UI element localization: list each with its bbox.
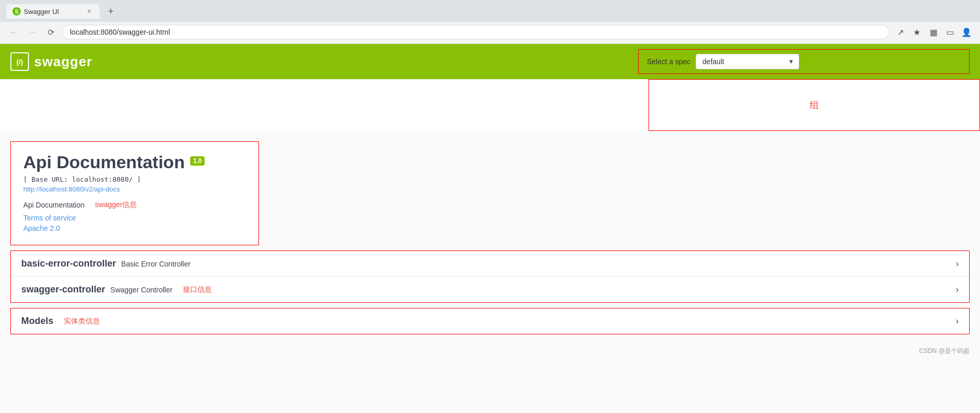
swagger-logo-text: swagger bbox=[34, 54, 93, 70]
address-bar[interactable]: localhost:8080/swagger-ui.html bbox=[62, 25, 889, 39]
api-title: Api Documentation bbox=[23, 152, 185, 172]
spec-label: Select a spec bbox=[647, 57, 690, 66]
swagger-logo-icon: {/} bbox=[10, 52, 29, 71]
csdn-watermark-text: CSDN @是个码盗 bbox=[919, 347, 970, 355]
api-description-row: Api Documentation swagger信息 bbox=[23, 200, 246, 210]
main-content: Api Documentation 1.0 [ Base URL: localh… bbox=[0, 131, 980, 250]
browser-chrome: S Swagger UI × + ← → ⟳ localhost:8080/sw… bbox=[0, 0, 980, 44]
models-label: 实体类信息 bbox=[64, 317, 100, 326]
chevron-right-icon-models: › bbox=[956, 316, 959, 327]
chevron-right-icon-swagger: › bbox=[956, 284, 959, 295]
base-url: [ Base URL: localhost:8080/ ] bbox=[23, 175, 246, 183]
tab-close-button[interactable]: × bbox=[85, 7, 93, 16]
right-panel: 组 bbox=[648, 79, 980, 131]
controller-row-swagger[interactable]: swagger-controller Swagger Controller 接口… bbox=[11, 277, 969, 302]
terms-of-service-link[interactable]: Terms of service bbox=[23, 214, 246, 222]
controller-desc-swagger: Swagger Controller bbox=[110, 286, 172, 294]
forward-button[interactable]: → bbox=[25, 25, 39, 39]
spec-selector-box: Select a spec default ▼ bbox=[638, 49, 970, 74]
api-version-badge: 1.0 bbox=[190, 156, 205, 166]
url-text: localhost:8080/swagger-ui.html bbox=[70, 28, 881, 36]
browser-icons: ↗ ★ ▦ ▭ 👤 bbox=[893, 25, 974, 39]
reload-button[interactable]: ⟳ bbox=[44, 25, 58, 39]
browser-addressbar: ← → ⟳ localhost:8080/swagger-ui.html ↗ ★… bbox=[0, 22, 980, 43]
share-icon[interactable]: ↗ bbox=[893, 25, 907, 39]
tab-title: Swagger UI bbox=[24, 8, 82, 16]
bookmark-icon[interactable]: ★ bbox=[910, 25, 924, 39]
swagger-info-label: swagger信息 bbox=[95, 200, 137, 210]
controller-name-basic-error: basic-error-controller bbox=[21, 258, 116, 269]
browser-tab[interactable]: S Swagger UI × bbox=[6, 4, 99, 19]
models-section[interactable]: Models 实体类信息 › bbox=[10, 308, 970, 334]
api-title-row: Api Documentation 1.0 bbox=[23, 152, 246, 172]
license-link[interactable]: Apache 2.0 bbox=[23, 224, 246, 232]
content-top-area: 组 bbox=[0, 79, 980, 131]
spec-select[interactable]: default bbox=[696, 54, 799, 69]
controllers-section: basic-error-controller Basic Error Contr… bbox=[10, 250, 970, 303]
api-info-box: Api Documentation 1.0 [ Base URL: localh… bbox=[10, 141, 259, 245]
tab-favicon: S bbox=[12, 7, 21, 16]
controller-name-swagger: swagger-controller bbox=[21, 284, 105, 295]
csdn-watermark: CSDN @是个码盗 bbox=[0, 345, 980, 358]
back-button[interactable]: ← bbox=[6, 25, 21, 39]
swagger-logo: {/} swagger bbox=[10, 52, 638, 71]
profile-icon[interactable]: 👤 bbox=[959, 25, 974, 39]
controller-row-basic-error[interactable]: basic-error-controller Basic Error Contr… bbox=[11, 251, 969, 277]
chevron-right-icon-basic-error: › bbox=[956, 258, 959, 269]
interface-label-swagger: 接口信息 bbox=[183, 285, 212, 294]
controller-desc-basic-error: Basic Error Controller bbox=[121, 260, 191, 268]
api-description-text: Api Documentation bbox=[23, 201, 84, 209]
extension-icon[interactable]: ▦ bbox=[926, 25, 941, 39]
swagger-header: {/} swagger Select a spec default ▼ bbox=[0, 44, 980, 79]
right-panel-text: 组 bbox=[810, 99, 819, 111]
api-docs-link[interactable]: http://localhost:8080/v2/api-docs bbox=[23, 185, 246, 193]
new-tab-button[interactable]: + bbox=[104, 4, 118, 19]
browser-titlebar: S Swagger UI × + bbox=[0, 0, 980, 22]
spec-select-wrapper: default ▼ bbox=[696, 54, 799, 69]
split-view-icon[interactable]: ▭ bbox=[943, 25, 957, 39]
models-title: Models bbox=[21, 316, 53, 327]
